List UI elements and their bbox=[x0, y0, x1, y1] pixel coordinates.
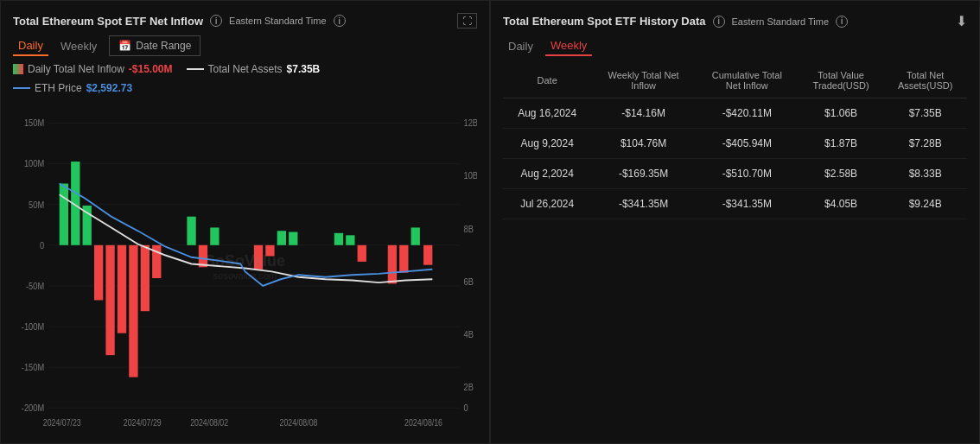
right-controls: Daily Weekly bbox=[503, 36, 967, 56]
table-header-row: Date Weekly Total NetInflow Cumulative T… bbox=[503, 63, 967, 98]
right-tab-daily[interactable]: Daily bbox=[503, 37, 538, 55]
left-timezone-icon[interactable]: i bbox=[334, 15, 346, 27]
cell-cumulative: -$510.70M bbox=[696, 159, 799, 189]
date-range-button[interactable]: 📅 Date Range bbox=[109, 35, 200, 56]
col-date: Date bbox=[503, 63, 591, 98]
svg-text:2024/08/08: 2024/08/08 bbox=[280, 417, 318, 428]
svg-rect-41 bbox=[265, 245, 274, 257]
svg-text:-150M: -150M bbox=[22, 362, 44, 372]
assets-value: $7.35B bbox=[287, 63, 321, 75]
table-row: Aug 2,2024 -$169.35M -$510.70M $2.58B $8… bbox=[503, 159, 967, 189]
svg-rect-44 bbox=[334, 233, 343, 245]
svg-rect-35 bbox=[141, 245, 150, 311]
svg-text:2024/08/16: 2024/08/16 bbox=[404, 417, 442, 428]
download-button[interactable]: ⬇ bbox=[956, 13, 967, 29]
svg-rect-45 bbox=[346, 235, 354, 244]
svg-rect-43 bbox=[289, 232, 297, 245]
left-legend-row2: ETH Price $2,592.73 bbox=[13, 82, 477, 94]
svg-text:2024/07/29: 2024/07/29 bbox=[124, 417, 162, 428]
svg-rect-31 bbox=[94, 245, 103, 301]
left-tab-weekly[interactable]: Weekly bbox=[55, 37, 102, 55]
cell-date: Aug 16,2024 bbox=[503, 98, 591, 129]
table-wrapper: Date Weekly Total NetInflow Cumulative T… bbox=[503, 63, 967, 431]
svg-rect-47 bbox=[388, 245, 397, 284]
svg-text:6B: 6B bbox=[464, 276, 474, 287]
svg-rect-34 bbox=[129, 245, 137, 377]
cell-traded: $2.58B bbox=[799, 159, 883, 189]
cell-weekly-inflow: -$169.35M bbox=[591, 159, 695, 189]
svg-text:-50M: -50M bbox=[26, 281, 44, 291]
cell-cumulative: -$420.11M bbox=[696, 98, 799, 129]
table-row: Jul 26,2024 -$341.35M -$341.35M $4.05B $… bbox=[503, 189, 967, 219]
assets-line bbox=[187, 68, 204, 70]
svg-text:2B: 2B bbox=[464, 382, 474, 392]
right-panel: Total Ethereum Spot ETF History Data i E… bbox=[490, 0, 980, 444]
svg-text:-200M: -200M bbox=[22, 403, 44, 413]
cell-cumulative: -$405.94M bbox=[696, 129, 799, 159]
svg-text:0: 0 bbox=[464, 403, 468, 413]
eth-legend: ETH Price $2,592.73 bbox=[13, 82, 132, 94]
right-timezone-icon[interactable]: i bbox=[836, 16, 848, 28]
svg-rect-32 bbox=[105, 245, 114, 355]
svg-rect-33 bbox=[118, 245, 126, 333]
svg-text:-100M: -100M bbox=[22, 321, 44, 332]
cell-weekly-inflow: -$14.16M bbox=[591, 98, 695, 129]
svg-text:0: 0 bbox=[40, 240, 44, 251]
right-info-icon[interactable]: i bbox=[713, 16, 725, 28]
svg-rect-37 bbox=[187, 217, 195, 245]
expand-button[interactable]: ⛶ bbox=[457, 13, 477, 29]
left-title: Total Ethereum Spot ETF Net Inflow bbox=[13, 15, 203, 28]
inflow-color-box bbox=[13, 64, 23, 74]
svg-text:150M: 150M bbox=[24, 117, 44, 128]
right-timezone: Eastern Standard Time bbox=[732, 16, 830, 27]
right-header: Total Ethereum Spot ETF History Data i E… bbox=[503, 13, 967, 29]
inflow-value: -$15.00M bbox=[129, 63, 173, 75]
svg-text:100M: 100M bbox=[24, 159, 44, 169]
inflow-legend: Daily Total Net Inflow -$15.00M bbox=[13, 63, 173, 75]
calendar-icon: 📅 bbox=[118, 40, 131, 52]
cell-net-assets: $9.24B bbox=[883, 189, 967, 219]
cell-net-assets: $8.33B bbox=[883, 159, 967, 189]
cell-net-assets: $7.35B bbox=[883, 98, 967, 129]
cell-net-assets: $7.28B bbox=[883, 129, 967, 159]
svg-text:4B: 4B bbox=[464, 329, 474, 339]
table-row: Aug 16,2024 -$14.16M -$420.11M $1.06B $7… bbox=[503, 98, 967, 129]
cell-weekly-inflow: -$341.35M bbox=[591, 189, 695, 219]
left-panel: Total Ethereum Spot ETF Net Inflow i Eas… bbox=[0, 0, 490, 444]
right-tab-weekly[interactable]: Weekly bbox=[545, 36, 592, 56]
assets-label: Total Net Assets bbox=[208, 63, 283, 75]
svg-text:2024/07/23: 2024/07/23 bbox=[43, 417, 81, 428]
right-title: Total Ethereum Spot ETF History Data bbox=[503, 15, 706, 28]
left-header: Total Ethereum Spot ETF Net Inflow i Eas… bbox=[13, 13, 477, 29]
cell-cumulative: -$341.35M bbox=[696, 189, 799, 219]
cell-date: Aug 2,2024 bbox=[503, 159, 591, 189]
svg-rect-39 bbox=[210, 227, 219, 244]
assets-legend: Total Net Assets $7.35B bbox=[187, 63, 321, 75]
svg-rect-28 bbox=[60, 184, 68, 245]
left-legend-row1: Daily Total Net Inflow -$15.00M Total Ne… bbox=[13, 63, 477, 75]
cell-weekly-inflow: $104.76M bbox=[591, 129, 695, 159]
svg-rect-40 bbox=[254, 245, 263, 270]
svg-rect-50 bbox=[423, 245, 432, 265]
svg-rect-48 bbox=[399, 245, 408, 273]
left-tab-daily[interactable]: Daily bbox=[13, 36, 48, 56]
svg-text:50M: 50M bbox=[29, 200, 44, 210]
svg-text:12B: 12B bbox=[464, 117, 477, 128]
col-cumulative: Cumulative TotalNet Inflow bbox=[696, 63, 799, 98]
left-info-icon[interactable]: i bbox=[210, 15, 222, 27]
left-timezone: Eastern Standard Time bbox=[229, 16, 327, 26]
svg-rect-42 bbox=[277, 231, 286, 245]
svg-text:2024/08/02: 2024/08/02 bbox=[190, 417, 228, 428]
eth-value: $2,592.73 bbox=[86, 82, 132, 94]
history-table: Date Weekly Total NetInflow Cumulative T… bbox=[503, 63, 967, 219]
col-net-assets: Total NetAssets(USD) bbox=[883, 63, 967, 98]
cell-date: Aug 9,2024 bbox=[503, 129, 591, 159]
chart-wrapper: SoSoValue sosovalue.com 150M 100M 50M 0 … bbox=[13, 101, 477, 431]
eth-label: ETH Price bbox=[35, 82, 82, 94]
cell-traded: $1.06B bbox=[799, 98, 883, 129]
col-weekly-inflow: Weekly Total NetInflow bbox=[591, 63, 695, 98]
col-traded: Total ValueTraded(USD) bbox=[799, 63, 883, 98]
eth-line bbox=[13, 87, 30, 89]
chart-svg: 150M 100M 50M 0 -50M -100M -150M -200M 1… bbox=[13, 101, 477, 431]
svg-text:8B: 8B bbox=[464, 224, 474, 234]
